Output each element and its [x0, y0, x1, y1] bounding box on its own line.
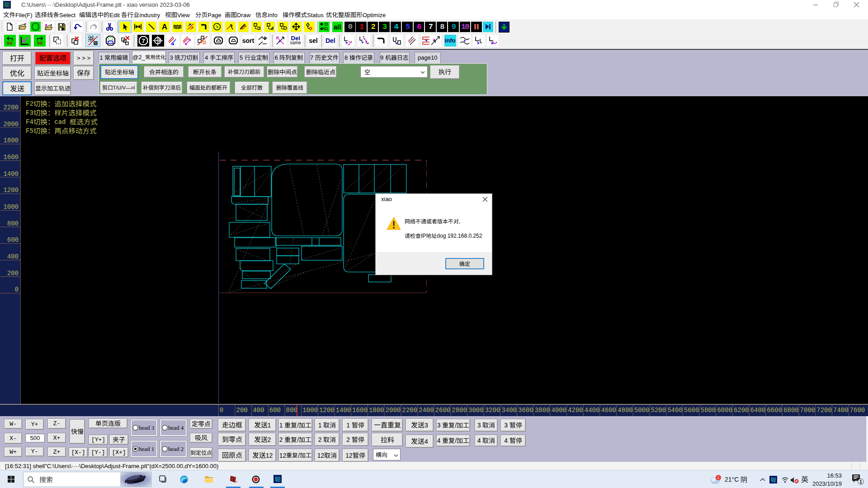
- svg-text:4600: 4600: [601, 407, 616, 414]
- svg-text:A: A: [161, 23, 167, 31]
- svg-text:800: 800: [286, 407, 297, 414]
- svg-text:7: 7: [158, 38, 161, 43]
- svg-text:1400: 1400: [3, 170, 19, 178]
- svg-text:1200: 1200: [319, 407, 335, 414]
- svg-text:90: 90: [37, 41, 42, 46]
- svg-text:6600: 6600: [767, 407, 782, 414]
- svg-text:5800: 5800: [701, 407, 716, 414]
- svg-text:2400: 2400: [419, 407, 434, 414]
- svg-text:7: 7: [142, 38, 145, 44]
- svg-text:6000: 6000: [717, 407, 732, 414]
- svg-text:6200: 6200: [734, 407, 749, 414]
- svg-text:6400: 6400: [750, 407, 766, 414]
- svg-text:1600: 1600: [3, 154, 19, 161]
- svg-text:200: 200: [236, 407, 248, 414]
- svg-text:0: 0: [220, 407, 223, 414]
- svg-text:2800: 2800: [452, 407, 467, 414]
- svg-text:4200: 4200: [568, 407, 583, 414]
- svg-text:0: 0: [15, 286, 19, 293]
- svg-text:600: 600: [7, 236, 19, 244]
- svg-text:7200: 7200: [816, 407, 832, 414]
- svg-text:1800: 1800: [3, 137, 19, 144]
- svg-text:6800: 6800: [783, 407, 799, 414]
- svg-text:264: 264: [235, 480, 237, 483]
- svg-text:3800: 3800: [535, 407, 550, 414]
- svg-text:4400: 4400: [585, 407, 600, 414]
- svg-text:1400: 1400: [336, 407, 351, 414]
- svg-text:2000: 2000: [386, 407, 401, 414]
- svg-text:400: 400: [7, 253, 19, 260]
- svg-text:1800: 1800: [369, 407, 384, 414]
- svg-text:2200: 2200: [3, 104, 19, 111]
- svg-text:800: 800: [7, 220, 19, 227]
- svg-text:1200: 1200: [3, 187, 19, 194]
- svg-text:200: 200: [7, 270, 19, 277]
- svg-text:1: 1: [717, 475, 719, 480]
- svg-text:1000: 1000: [3, 203, 19, 211]
- svg-text:5200: 5200: [651, 407, 666, 414]
- svg-text:1000: 1000: [302, 407, 318, 414]
- svg-text:2200: 2200: [402, 407, 417, 414]
- svg-text:2600: 2600: [435, 407, 451, 414]
- svg-text:3200: 3200: [485, 407, 500, 414]
- svg-text:7400: 7400: [833, 407, 849, 414]
- svg-text:5400: 5400: [667, 407, 683, 414]
- svg-text:3600: 3600: [518, 407, 533, 414]
- svg-text:90: 90: [6, 41, 12, 46]
- svg-text:1: 1: [859, 479, 862, 484]
- svg-text:4800: 4800: [618, 407, 633, 414]
- svg-text:600: 600: [269, 407, 281, 414]
- svg-text:2000: 2000: [3, 121, 19, 128]
- svg-text:3000: 3000: [468, 407, 484, 414]
- svg-text:4000: 4000: [551, 407, 566, 414]
- svg-text:3400: 3400: [501, 407, 517, 414]
- svg-text:1600: 1600: [352, 407, 368, 414]
- svg-text:7000: 7000: [800, 407, 816, 414]
- svg-text:5000: 5000: [634, 407, 650, 414]
- svg-text:5600: 5600: [684, 407, 699, 414]
- svg-text:7600: 7600: [850, 407, 865, 414]
- svg-text:400: 400: [253, 407, 264, 414]
